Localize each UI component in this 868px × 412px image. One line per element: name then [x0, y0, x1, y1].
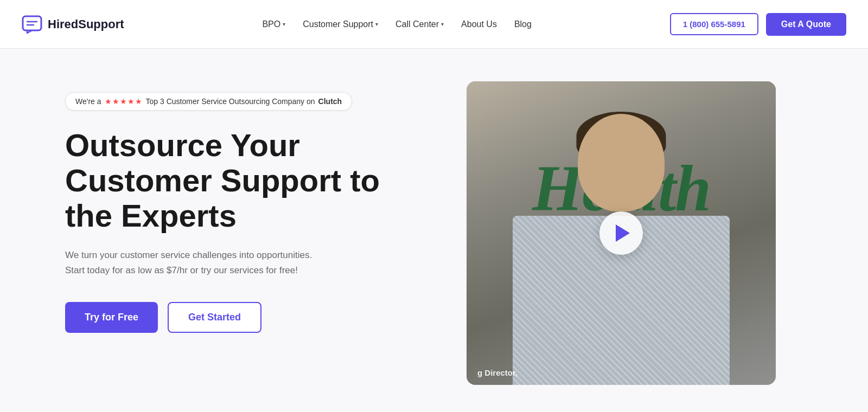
hero-content: We're a ★★★★★ Top 3 Customer Service Out… — [65, 81, 434, 333]
person-head — [578, 114, 665, 211]
get-quote-button[interactable]: Get A Quote — [766, 13, 846, 36]
main-nav: BPO ▾ Customer Support ▾ Call Center ▾ A… — [256, 15, 538, 34]
hero-video: Health g Director, — [467, 81, 776, 385]
badge-suffix-plain: Top 3 Customer Service Outsourcing Compa… — [146, 97, 315, 106]
logo[interactable]: HiredSupport — [22, 14, 124, 35]
call-center-chevron-icon: ▾ — [441, 21, 444, 27]
nav-about-us[interactable]: About Us — [455, 15, 503, 34]
phone-button[interactable]: 1 (800) 655-5891 — [670, 13, 758, 35]
badge-prefix: We're a — [75, 97, 101, 106]
video-player[interactable]: Health g Director, — [467, 81, 776, 385]
nav-blog[interactable]: Blog — [508, 15, 538, 34]
clutch-badge: We're a ★★★★★ Top 3 Customer Service Out… — [65, 92, 352, 111]
play-button[interactable] — [599, 211, 643, 255]
nav-call-center[interactable]: Call Center ▾ — [389, 15, 450, 34]
logo-icon — [22, 14, 42, 35]
bpo-chevron-icon: ▾ — [283, 21, 285, 27]
nav-customer-support[interactable]: Customer Support ▾ — [296, 15, 385, 34]
logo-text: HiredSupport — [48, 17, 124, 31]
nav-bpo[interactable]: BPO ▾ — [256, 15, 292, 34]
header-actions: 1 (800) 655-5891 Get A Quote — [670, 13, 846, 36]
star-rating: ★★★★★ — [105, 97, 143, 106]
hero-cta-buttons: Try for Free Get Started — [65, 302, 434, 333]
badge-clutch: Clutch — [318, 97, 342, 106]
hero-title: Outsource Your Customer Support to the E… — [65, 128, 434, 234]
try-for-free-button[interactable]: Try for Free — [65, 302, 158, 333]
play-icon — [616, 224, 630, 242]
get-started-button[interactable]: Get Started — [168, 302, 261, 333]
svg-rect-0 — [23, 16, 41, 30]
video-caption: g Director, — [477, 368, 518, 377]
site-header: HiredSupport BPO ▾ Customer Support ▾ Ca… — [0, 0, 868, 49]
hero-subtitle: We turn your customer service challenges… — [65, 248, 326, 278]
customer-support-chevron-icon: ▾ — [375, 21, 378, 27]
hero-section: We're a ★★★★★ Top 3 Customer Service Out… — [0, 49, 868, 412]
